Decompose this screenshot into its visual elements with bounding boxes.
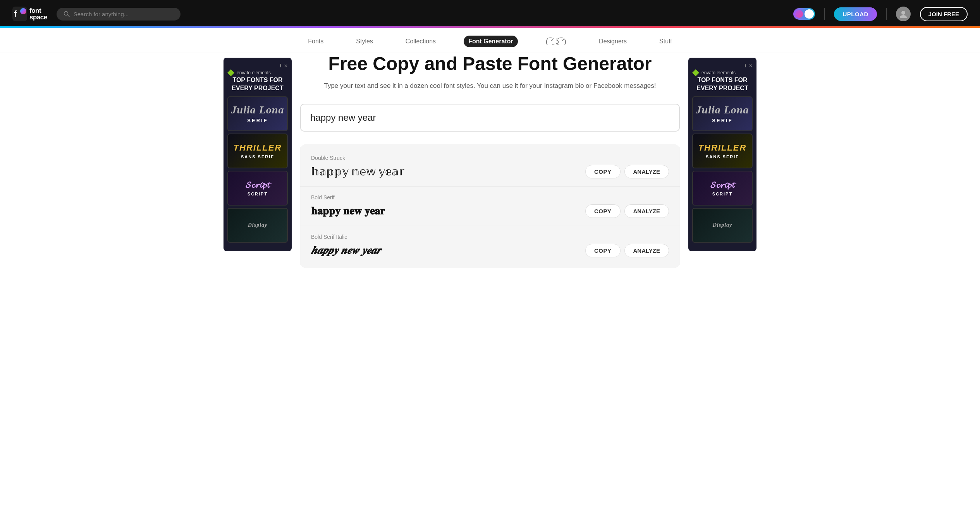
- right-ad-title: TOP FONTS FOR EVERY PROJECT: [692, 76, 753, 93]
- right-ad-thumb-1[interactable]: Julia Lona SERIF: [692, 96, 753, 131]
- avatar-icon: [899, 10, 908, 18]
- page-subtitle: Type your text and see it in a dozen coo…: [300, 82, 680, 90]
- left-ad-info-row: ℹ ✕: [227, 63, 288, 69]
- svg-point-2: [20, 8, 26, 14]
- center-content: Free Copy and Paste Font Generator Type …: [296, 53, 684, 268]
- right-ad-info-row: ℹ ✕: [692, 63, 753, 69]
- left-ad-thumb-1[interactable]: Julia Lona SERIF: [227, 96, 288, 131]
- right-ad-thumb-3[interactable]: 𝓢𝓬𝓻𝓲𝓹𝓽 SCRIPT: [692, 171, 753, 206]
- analyze-button-bold-serif[interactable]: ANALYZE: [624, 204, 669, 218]
- font-row-bold-serif-italic: Bold Serif Italic 𝒉𝒂𝒑𝒑𝒚 𝒏𝒆𝒘 𝒚𝒆𝒂𝒓 COPY AN…: [300, 226, 680, 265]
- left-ad-info-icon[interactable]: ℹ: [280, 63, 282, 69]
- logo[interactable]: f font space: [12, 7, 47, 21]
- right-ad-info-icon[interactable]: ℹ: [744, 63, 746, 69]
- rainbow-bar: [0, 26, 980, 28]
- copy-button-bold-serif-italic[interactable]: COPY: [585, 244, 621, 257]
- left-ad-leaf-icon: [227, 69, 234, 76]
- header-divider-2: [886, 8, 887, 20]
- font-row-bold-serif: Bold Serif 𝐡𝐚𝐩𝐩𝐲 𝐧𝐞𝐰 𝐲𝐞𝐚𝐫 COPY ANALYZE: [300, 187, 680, 226]
- main-nav: Fonts Styles Collections Font Generator …: [0, 28, 980, 53]
- font-preview-bold-serif: 𝐡𝐚𝐩𝐩𝐲 𝐧𝐞𝐰 𝐲𝐞𝐚𝐫: [311, 205, 385, 218]
- svg-line-4: [67, 15, 69, 17]
- analyze-button-bold-serif-italic[interactable]: ANALYZE: [624, 244, 669, 257]
- text-input-wrapper: [300, 104, 680, 132]
- search-bar[interactable]: [57, 8, 181, 21]
- page-title: Free Copy and Paste Font Generator: [300, 53, 680, 74]
- logo-text-font: font: [29, 7, 47, 14]
- theme-toggle-moon: [795, 10, 803, 18]
- nav-item-collections[interactable]: Collections: [401, 36, 440, 47]
- right-ad-close-icon[interactable]: ✕: [749, 63, 753, 69]
- join-free-button[interactable]: JOIN FREE: [920, 7, 968, 21]
- nav-item-designers[interactable]: Designers: [594, 36, 631, 47]
- right-ad-leaf-icon: [692, 69, 699, 76]
- right-ad-thumb-2[interactable]: THRILLER SANS SERIF: [692, 134, 753, 168]
- upload-button[interactable]: UPLOAD: [834, 7, 877, 21]
- nav-item-font-generator[interactable]: Font Generator: [464, 36, 518, 47]
- right-ad-brand-name: envato elements: [701, 70, 736, 75]
- font-text-input[interactable]: [310, 112, 670, 123]
- right-ad-inner: ℹ ✕ envato elements TOP FONTS FOR EVERY …: [688, 58, 756, 251]
- results-card: Double Struck 𝕙𝕒𝕡𝕡𝕪 𝕟𝕖𝕨 𝕪𝕖𝕒𝕣 COPY ANALYZ…: [300, 144, 680, 268]
- analyze-button-double-struck[interactable]: ANALYZE: [624, 165, 669, 178]
- svg-point-5: [901, 11, 905, 15]
- avatar[interactable]: [896, 7, 911, 21]
- logo-text-space: space: [29, 14, 47, 21]
- theme-toggle-knob: [805, 9, 814, 19]
- left-ad-brand: envato elements: [227, 69, 288, 76]
- nav-item-fonts[interactable]: Fonts: [303, 36, 328, 47]
- logo-icon: f: [12, 7, 27, 21]
- font-label-bold-serif-italic: Bold Serif Italic: [311, 234, 669, 240]
- header-divider-1: [824, 8, 825, 20]
- left-ad-close-icon[interactable]: ✕: [284, 63, 288, 69]
- nav-item-styles[interactable]: Styles: [351, 36, 378, 47]
- svg-text:f: f: [14, 9, 17, 19]
- copy-button-double-struck[interactable]: COPY: [585, 165, 621, 178]
- left-ad-inner: ℹ ✕ envato elements TOP FONTS FOR EVERY …: [224, 58, 292, 251]
- row-actions-bold-serif: COPY ANALYZE: [585, 204, 669, 218]
- left-ad-thumb-3[interactable]: 𝓢𝓬𝓻𝓲𝓹𝓽 SCRIPT: [227, 171, 288, 206]
- copy-button-bold-serif[interactable]: COPY: [585, 204, 621, 218]
- font-row-content-bold-serif-italic: 𝒉𝒂𝒑𝒑𝒚 𝒏𝒆𝒘 𝒚𝒆𝒂𝒓 COPY ANALYZE: [311, 244, 669, 257]
- layout-wrapper: ℹ ✕ envato elements TOP FONTS FOR EVERY …: [0, 53, 980, 268]
- right-ad-brand: envato elements: [692, 69, 753, 76]
- search-icon: [64, 11, 70, 17]
- theme-toggle[interactable]: [793, 8, 815, 20]
- left-ad-thumb-2[interactable]: THRILLER SANS SERIF: [227, 134, 288, 168]
- font-row-double-struck: Double Struck 𝕙𝕒𝕡𝕡𝕪 𝕟𝕖𝕨 𝕪𝕖𝕒𝕣 COPY ANALYZ…: [300, 147, 680, 187]
- header: f font space UPLOAD: [0, 0, 980, 28]
- left-ad-thumb-4[interactable]: Display: [227, 208, 288, 243]
- font-preview-bold-serif-italic: 𝒉𝒂𝒑𝒑𝒚 𝒏𝒆𝒘 𝒚𝒆𝒂𝒓: [311, 244, 381, 257]
- nav-item-stuff[interactable]: Stuff: [655, 36, 677, 47]
- font-label-bold-serif: Bold Serif: [311, 194, 669, 200]
- left-ad: ℹ ✕ envato elements TOP FONTS FOR EVERY …: [219, 53, 296, 268]
- nav-item-emoji[interactable]: ( ͡° ͜ʖ ͡°): [541, 35, 571, 48]
- search-input[interactable]: [74, 11, 167, 17]
- font-row-content-double-struck: 𝕙𝕒𝕡𝕡𝕪 𝕟𝕖𝕨 𝕪𝕖𝕒𝕣 COPY ANALYZE: [311, 165, 669, 178]
- right-ad: ℹ ✕ envato elements TOP FONTS FOR EVERY …: [684, 53, 761, 268]
- row-actions-double-struck: COPY ANALYZE: [585, 165, 669, 178]
- font-label-double-struck: Double Struck: [311, 155, 669, 161]
- left-ad-title: TOP FONTS FOR EVERY PROJECT: [227, 76, 288, 93]
- font-preview-double-struck: 𝕙𝕒𝕡𝕡𝕪 𝕟𝕖𝕨 𝕪𝕖𝕒𝕣: [311, 165, 404, 178]
- row-actions-bold-serif-italic: COPY ANALYZE: [585, 244, 669, 257]
- font-row-content-bold-serif: 𝐡𝐚𝐩𝐩𝐲 𝐧𝐞𝐰 𝐲𝐞𝐚𝐫 COPY ANALYZE: [311, 204, 669, 218]
- right-ad-thumb-4[interactable]: Display: [692, 208, 753, 243]
- svg-point-6: [900, 15, 907, 18]
- left-ad-brand-name: envato elements: [237, 70, 271, 75]
